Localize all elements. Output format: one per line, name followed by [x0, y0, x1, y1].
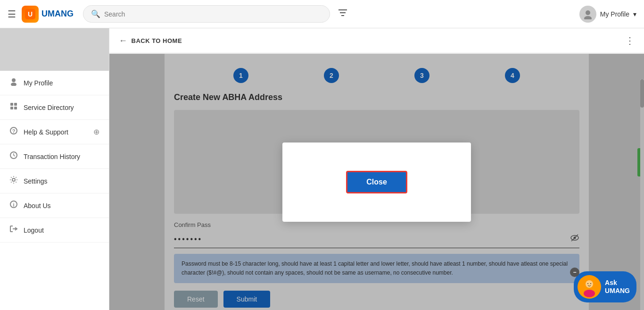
sidebar-item-service-directory[interactable]: Service Directory — [0, 95, 109, 120]
svg-point-6 — [584, 16, 592, 19]
search-input[interactable] — [104, 10, 322, 18]
svg-point-27 — [590, 283, 591, 284]
modal-overlay: Close — [109, 54, 644, 310]
about-us-icon: i — [9, 200, 18, 211]
sidebar-item-logout[interactable]: Logout — [0, 218, 109, 243]
sidebar-item-label: Settings — [24, 177, 48, 185]
umang-avatar — [578, 275, 601, 299]
svg-text:?: ? — [12, 128, 16, 134]
svg-point-7 — [12, 78, 16, 82]
logo-icon: U — [22, 6, 39, 23]
help-support-icon: ? — [9, 126, 18, 137]
ask-umang-label: Ask UMANG — [605, 279, 630, 295]
back-bar: ← BACK TO HOME ⋮ — [109, 28, 644, 53]
logo-text: UMANG — [41, 9, 74, 19]
service-directory-icon — [9, 102, 18, 113]
umang-label: UMANG — [605, 287, 630, 294]
sidebar-item-help-support[interactable]: ? Help & Support ⊕ — [0, 120, 109, 144]
back-to-home-label: BACK TO HOME — [132, 37, 182, 44]
svg-point-26 — [587, 283, 588, 284]
svg-point-5 — [586, 10, 590, 15]
back-to-home-button[interactable]: ← BACK TO HOME — [119, 36, 182, 46]
form-area: 1 2 3 4 Create New ABHA Address Confirm … — [109, 54, 644, 310]
sidebar-item-label: My Profile — [24, 79, 53, 87]
sidebar-item-about-us[interactable]: i About Us — [0, 193, 109, 218]
svg-rect-12 — [14, 107, 17, 109]
header: ☰ U UMANG 🔍 My Profile ▾ — [0, 0, 644, 28]
ask-label: Ask — [605, 279, 617, 286]
more-options-button[interactable]: ⋮ — [625, 35, 635, 46]
logout-icon — [9, 225, 18, 235]
hamburger-button[interactable]: ☰ — [8, 8, 16, 20]
modal-box: Close — [282, 142, 471, 222]
profile-icon — [9, 77, 18, 88]
svg-text:U: U — [28, 10, 33, 18]
profile-button[interactable]: My Profile ▾ — [579, 6, 636, 23]
sidebar-item-label: Service Directory — [24, 104, 74, 111]
sidebar-item-label: Help & Support — [24, 128, 68, 136]
profile-avatar — [579, 6, 596, 23]
close-modal-button[interactable]: Close — [346, 171, 407, 193]
svg-point-16 — [12, 178, 15, 181]
sidebar-item-settings[interactable]: Settings — [0, 169, 109, 193]
ask-umang-widget[interactable]: − Ask UMANG — [574, 271, 636, 302]
sidebar-banner — [0, 28, 109, 71]
help-support-left: ? Help & Support — [9, 126, 68, 137]
svg-point-25 — [584, 290, 595, 297]
main-content: ← BACK TO HOME ⋮ 1 2 3 4 Create New ABHA… — [109, 28, 644, 310]
search-bar: 🔍 — [83, 5, 330, 23]
sidebar-item-label: Transaction History — [24, 153, 80, 160]
filter-button[interactable] — [338, 8, 348, 20]
svg-point-8 — [11, 83, 17, 86]
sidebar-item-transaction-history[interactable]: Transaction History — [0, 144, 109, 169]
back-arrow-icon: ← — [119, 36, 128, 46]
settings-icon — [9, 176, 18, 186]
search-icon: 🔍 — [91, 9, 100, 18]
profile-dropdown-icon: ▾ — [633, 10, 636, 18]
svg-text:i: i — [13, 202, 14, 208]
sidebar: My Profile Service Directory ? Help & Su… — [0, 28, 109, 310]
transaction-history-icon — [9, 151, 18, 162]
svg-rect-10 — [14, 103, 17, 106]
svg-point-24 — [586, 280, 593, 288]
sidebar-item-my-profile[interactable]: My Profile — [0, 71, 109, 95]
svg-rect-11 — [10, 107, 13, 109]
minimize-button[interactable]: − — [570, 268, 579, 277]
logo-area: U UMANG — [22, 6, 74, 23]
sidebar-item-label: About Us — [24, 202, 51, 209]
expand-icon: ⊕ — [93, 127, 99, 136]
profile-label: My Profile — [600, 10, 629, 18]
sidebar-item-label: Logout — [24, 226, 44, 234]
svg-rect-9 — [10, 103, 13, 106]
